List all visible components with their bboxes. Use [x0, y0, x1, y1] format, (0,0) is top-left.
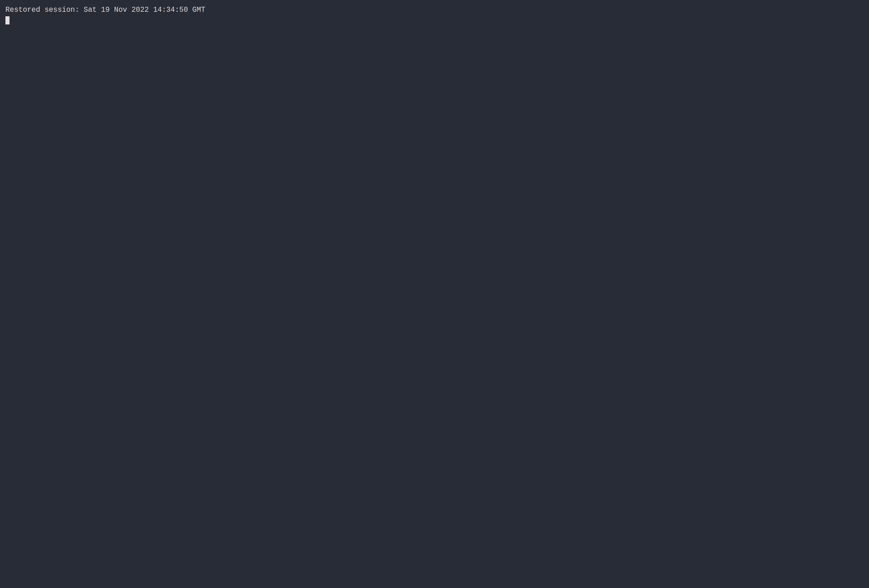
terminal-cursor [5, 16, 10, 24]
terminal-output-line: Restored session: Sat 19 Nov 2022 14:34:… [5, 5, 864, 15]
terminal-window[interactable]: Restored session: Sat 19 Nov 2022 14:34:… [0, 0, 869, 588]
terminal-cursor-line [5, 15, 864, 24]
